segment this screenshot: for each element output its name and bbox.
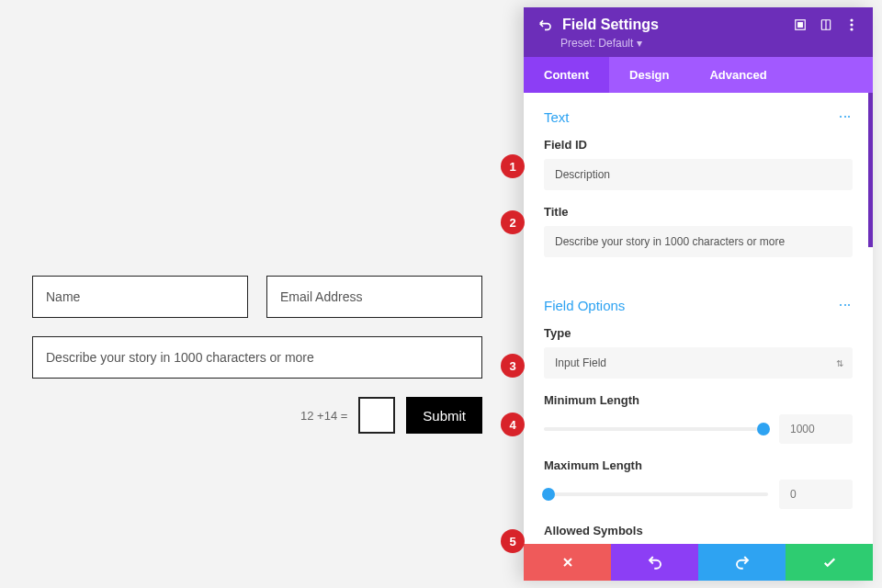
svg-point-6 bbox=[850, 28, 853, 30]
name-field[interactable]: Name bbox=[32, 276, 248, 318]
max-length-value[interactable]: 0 bbox=[779, 480, 853, 509]
back-icon[interactable] bbox=[537, 17, 553, 32]
scrollbar[interactable] bbox=[868, 93, 873, 247]
captcha-input[interactable] bbox=[358, 397, 395, 434]
svg-rect-1 bbox=[798, 23, 803, 28]
tab-content[interactable]: Content bbox=[524, 57, 609, 93]
undo-button[interactable] bbox=[611, 544, 698, 581]
field-id-input[interactable] bbox=[544, 159, 853, 190]
form-preview: Name Email Address Describe your story i… bbox=[0, 0, 514, 588]
story-field[interactable]: Describe your story in 1000 characters o… bbox=[32, 336, 482, 379]
redo-button[interactable] bbox=[698, 544, 786, 581]
settings-panel: Field Settings Preset: Default ▾ Content… bbox=[524, 7, 873, 581]
svg-point-4 bbox=[850, 18, 853, 21]
kebab-icon[interactable]: ⋮ bbox=[698, 110, 853, 125]
max-length-label: Maximum Length bbox=[544, 458, 853, 472]
confirm-button[interactable] bbox=[786, 544, 873, 581]
cancel-button[interactable] bbox=[524, 544, 611, 581]
tab-design[interactable]: Design bbox=[609, 57, 689, 93]
tab-bar: Content Design Advanced bbox=[524, 57, 873, 93]
callout-2: 2 bbox=[501, 210, 525, 234]
callout-5: 5 bbox=[501, 529, 525, 553]
callout-1: 1 bbox=[501, 154, 525, 178]
type-label: Type bbox=[544, 326, 853, 340]
callout-3: 3 bbox=[501, 354, 525, 378]
kebab-icon[interactable] bbox=[843, 18, 860, 31]
options-section-heading[interactable]: Field Options bbox=[544, 298, 698, 313]
field-id-label: Field ID bbox=[544, 138, 853, 152]
callout-4: 4 bbox=[501, 413, 525, 436]
email-field[interactable]: Email Address bbox=[266, 276, 482, 318]
panel-title: Field Settings bbox=[562, 17, 783, 33]
text-section-heading[interactable]: Text bbox=[544, 109, 698, 125]
min-length-label: Minimum Length bbox=[544, 393, 853, 407]
responsive-icon[interactable] bbox=[818, 18, 834, 31]
kebab-icon[interactable]: ⋮ bbox=[698, 299, 853, 313]
type-select[interactable] bbox=[544, 347, 853, 379]
panel-footer bbox=[524, 544, 873, 581]
captcha-label: 12 +14 = bbox=[300, 409, 347, 423]
expand-icon[interactable] bbox=[792, 18, 808, 31]
panel-body: Text ⋮ Field ID Title Field Options ⋮ Ty… bbox=[524, 93, 873, 544]
min-length-value[interactable]: 1000 bbox=[779, 414, 853, 444]
tab-advanced[interactable]: Advanced bbox=[689, 57, 786, 93]
max-length-slider[interactable] bbox=[544, 492, 768, 496]
title-input[interactable] bbox=[544, 226, 853, 257]
allowed-symbols-label: Allowed Symbols bbox=[544, 524, 853, 537]
svg-point-5 bbox=[850, 23, 853, 26]
preset-selector[interactable]: Preset: Default ▾ bbox=[560, 37, 860, 50]
title-label: Title bbox=[544, 205, 853, 219]
min-length-slider[interactable] bbox=[544, 427, 768, 431]
submit-button[interactable]: Submit bbox=[406, 397, 482, 434]
